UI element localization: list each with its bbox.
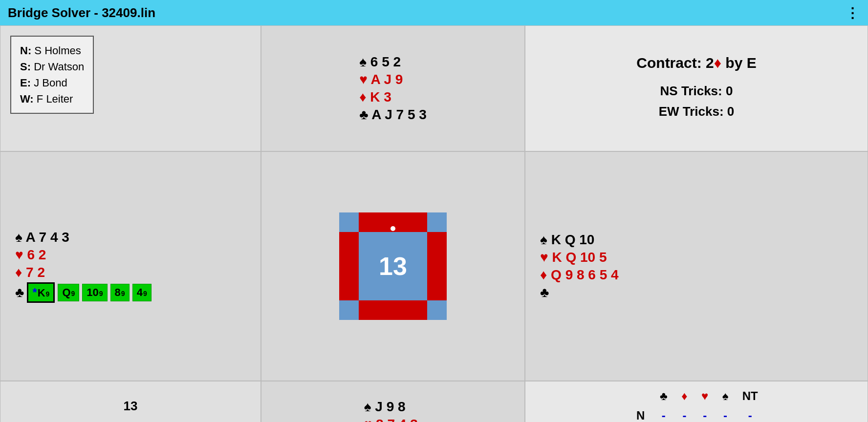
east-diamonds: ♦ Q 9 8 6 5 4 bbox=[540, 267, 619, 283]
west-cards: ♠ A 7 4 3 ♥ 6 2 ♦ 7 2 ♣ *K9 Q9 109 bbox=[15, 230, 152, 303]
west-player: W: F Leiter bbox=[20, 91, 84, 107]
club-card-Q[interactable]: Q9 bbox=[58, 284, 79, 301]
compass-dot bbox=[391, 226, 395, 231]
trick-cell-empty-tl bbox=[72, 391, 111, 421]
east-player: E: J Bond bbox=[20, 75, 84, 91]
menu-icon[interactable]: ⋮ bbox=[846, 5, 860, 21]
contract-label: Contract: 2♦ by E bbox=[636, 55, 756, 71]
west-clubs-row: ♣ *K9 Q9 109 89 49 bbox=[15, 282, 152, 303]
east-hearts: ♥ K Q 10 5 bbox=[540, 250, 619, 265]
dd-N-diamond: - bbox=[674, 406, 694, 422]
east-spades: ♠ K Q 10 bbox=[540, 232, 619, 248]
west-hearts: ♥ 6 2 bbox=[15, 247, 152, 263]
club-card-8[interactable]: 89 bbox=[110, 284, 130, 301]
corner-bl bbox=[339, 300, 359, 320]
north-cards: ♠ 6 5 2 ♥ A J 9 ♦ K 3 ♣ A J 7 5 3 bbox=[359, 54, 427, 123]
corner-tr bbox=[427, 212, 447, 232]
east-cards: ♠ K Q 10 ♥ K Q 10 5 ♦ Q 9 8 6 5 4 ♣ bbox=[540, 232, 619, 300]
title-bar: Bridge Solver - 32409.lin ⋮ bbox=[0, 0, 868, 25]
trick-counts-panel: 13 9 12 6 bbox=[0, 381, 261, 422]
east-hand: ♠ K Q 10 ♥ K Q 10 5 ♦ Q 9 8 6 5 4 ♣ bbox=[525, 151, 868, 381]
dd-col-nt: NT bbox=[736, 386, 765, 406]
south-player: S: Dr Watson bbox=[20, 59, 84, 75]
corner-tl bbox=[339, 212, 359, 232]
compass: 13 bbox=[339, 212, 447, 320]
dd-N-nt: - bbox=[736, 406, 765, 422]
dd-row-N: N - - - - - bbox=[628, 406, 764, 422]
trick-cell-empty-tr bbox=[150, 391, 189, 421]
north-diamonds: ♦ K 3 bbox=[359, 89, 427, 105]
dd-col-diamond: ♦ bbox=[674, 386, 694, 406]
dd-grid: ♣ ♦ ♥ ♠ NT N - - - - - S - bbox=[628, 386, 764, 422]
trick-north-count: 13 bbox=[111, 391, 150, 421]
club-card-K[interactable]: *K9 bbox=[27, 282, 55, 303]
dd-col-empty bbox=[628, 386, 653, 406]
east-clubs: ♣ bbox=[540, 285, 619, 300]
trick-grid: 13 9 12 6 bbox=[72, 391, 189, 422]
double-dummy-table: ♣ ♦ ♥ ♠ NT N - - - - - S - bbox=[525, 381, 868, 422]
north-clubs: ♣ A J 7 5 3 bbox=[359, 107, 427, 123]
dd-N-heart: - bbox=[694, 406, 715, 422]
north-player: N: S Holmes bbox=[20, 42, 84, 59]
compass-number: 13 bbox=[379, 252, 407, 281]
west-diamonds: ♦ 7 2 bbox=[15, 265, 152, 280]
corner-br bbox=[427, 300, 447, 320]
north-spades: ♠ 6 5 2 bbox=[359, 54, 427, 70]
dd-col-heart: ♥ bbox=[694, 386, 715, 406]
player-names-panel: N: S Holmes S: Dr Watson E: J Bond W: F … bbox=[0, 25, 261, 151]
app-title: Bridge Solver - 32409.lin bbox=[8, 5, 155, 21]
dd-N-club: - bbox=[653, 406, 674, 422]
north-hearts: ♥ A J 9 bbox=[359, 72, 427, 87]
south-spades: ♠ J 9 8 bbox=[364, 399, 422, 415]
dd-label-N: N bbox=[628, 406, 653, 422]
dd-col-club: ♣ bbox=[653, 386, 674, 406]
main-grid: N: S Holmes S: Dr Watson E: J Bond W: F … bbox=[0, 25, 868, 422]
dd-N-spade: - bbox=[715, 406, 735, 422]
west-hand: ♠ A 7 4 3 ♥ 6 2 ♦ 7 2 ♣ *K9 Q9 109 bbox=[0, 151, 261, 381]
south-cards: ♠ J 9 8 ♥ 8 7 4 3 ♦ A J 10 ♣ 9 6 2 bbox=[364, 399, 422, 422]
south-hand: ♠ J 9 8 ♥ 8 7 4 3 ♦ A J 10 ♣ 9 6 2 bbox=[261, 381, 525, 422]
tricks-info: NS Tricks: 0 EW Tricks: 0 bbox=[659, 81, 735, 122]
north-hand: ♠ 6 5 2 ♥ A J 9 ♦ K 3 ♣ A J 7 5 3 bbox=[261, 25, 525, 151]
club-card-4[interactable]: 49 bbox=[132, 284, 152, 301]
names-box: N: S Holmes S: Dr Watson E: J Bond W: F … bbox=[10, 36, 94, 114]
dd-col-spade: ♠ bbox=[715, 386, 735, 406]
compass-inner: 13 bbox=[359, 232, 427, 300]
contract-panel: Contract: 2♦ by E NS Tricks: 0 EW Tricks… bbox=[525, 25, 868, 151]
club-card-10[interactable]: 109 bbox=[82, 284, 107, 301]
center-compass: 13 bbox=[261, 151, 525, 381]
west-spades: ♠ A 7 4 3 bbox=[15, 230, 152, 245]
south-hearts: ♥ 8 7 4 3 bbox=[364, 417, 422, 422]
